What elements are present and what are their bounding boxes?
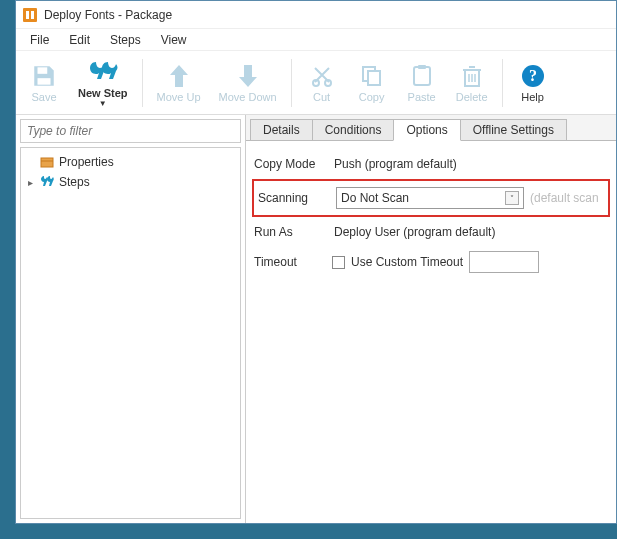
left-panel: Properties ▸ Steps — [16, 115, 246, 523]
copy-icon — [360, 61, 384, 91]
svg-rect-14 — [41, 158, 53, 167]
svg-point-5 — [313, 80, 319, 86]
tab-offline-settings[interactable]: Offline Settings — [460, 119, 567, 140]
row-scanning: Scanning Do Not Scan ˅ (default scan — [258, 183, 604, 213]
trash-icon — [461, 61, 483, 91]
tab-details[interactable]: Details — [250, 119, 313, 140]
copy-mode-value[interactable]: Push (program default) — [332, 154, 608, 174]
help-icon: ? — [520, 61, 546, 91]
right-panel: Details Conditions Options Offline Setti… — [246, 115, 616, 523]
svg-rect-0 — [23, 8, 37, 22]
tree-item-label: Properties — [59, 155, 114, 169]
window-title: Deploy Fonts - Package — [44, 8, 172, 22]
tree-item-steps[interactable]: ▸ Steps — [21, 172, 240, 192]
svg-point-6 — [325, 80, 331, 86]
new-step-icon — [88, 57, 118, 87]
checkbox-box — [332, 256, 345, 269]
timeout-input[interactable] — [469, 251, 539, 273]
menu-view[interactable]: View — [153, 31, 195, 49]
menu-file[interactable]: File — [22, 31, 57, 49]
svg-rect-8 — [368, 71, 380, 85]
paste-icon — [411, 61, 433, 91]
tree-item-label: Steps — [59, 175, 90, 189]
chevron-down-icon: ˅ — [505, 191, 519, 205]
copy-mode-label: Copy Mode — [254, 157, 332, 171]
checkbox-label: Use Custom Timeout — [351, 255, 463, 269]
chevron-down-icon: ▼ — [99, 100, 107, 108]
scanning-highlight: Scanning Do Not Scan ˅ (default scan — [252, 179, 610, 217]
arrow-down-icon — [237, 61, 259, 91]
tree-item-properties[interactable]: Properties — [21, 152, 240, 172]
menu-edit[interactable]: Edit — [61, 31, 98, 49]
tab-conditions[interactable]: Conditions — [312, 119, 395, 140]
svg-rect-1 — [26, 11, 29, 19]
tree-view[interactable]: Properties ▸ Steps — [20, 147, 241, 519]
scanning-hint: (default scan — [530, 191, 599, 205]
timeout-label: Timeout — [254, 255, 332, 269]
cut-button[interactable]: Cut — [300, 59, 344, 105]
app-icon — [22, 7, 38, 23]
row-run-as: Run As Deploy User (program default) — [246, 217, 616, 247]
expand-icon[interactable]: ▸ — [25, 177, 35, 188]
tab-options[interactable]: Options — [393, 119, 460, 141]
paste-button[interactable]: Paste — [400, 59, 444, 105]
save-icon — [31, 61, 57, 91]
scanning-dropdown[interactable]: Do Not Scan ˅ — [336, 187, 524, 209]
menu-bar: File Edit Steps View — [16, 29, 616, 51]
delete-button[interactable]: Delete — [450, 59, 494, 105]
help-button[interactable]: ? Help — [511, 59, 555, 105]
row-copy-mode: Copy Mode Push (program default) — [246, 149, 616, 179]
toolbar-separator — [502, 59, 503, 107]
svg-rect-9 — [414, 67, 430, 85]
tab-strip: Details Conditions Options Offline Setti… — [246, 115, 616, 141]
move-down-button[interactable]: Move Down — [213, 59, 283, 105]
filter-input[interactable] — [20, 119, 241, 143]
menu-steps[interactable]: Steps — [102, 31, 149, 49]
title-bar: Deploy Fonts - Package — [16, 1, 616, 29]
svg-rect-3 — [38, 68, 48, 75]
save-button[interactable]: Save — [22, 59, 66, 105]
svg-rect-4 — [38, 79, 51, 86]
app-window: Deploy Fonts - Package File Edit Steps V… — [15, 0, 617, 524]
scanning-label: Scanning — [258, 191, 336, 205]
run-as-value[interactable]: Deploy User (program default) — [332, 222, 608, 242]
copy-button[interactable]: Copy — [350, 59, 394, 105]
scissors-icon — [311, 61, 333, 91]
toolbar-separator — [142, 59, 143, 107]
steps-icon — [39, 174, 55, 190]
body-split: Properties ▸ Steps Details Conditions Op… — [16, 115, 616, 523]
toolbar: Save New Step ▼ Move Up Move Down — [16, 51, 616, 115]
svg-rect-10 — [418, 65, 426, 69]
options-form: Copy Mode Push (program default) Scannin… — [246, 141, 616, 523]
use-custom-timeout-checkbox[interactable]: Use Custom Timeout — [332, 255, 463, 269]
scanning-value: Do Not Scan — [341, 191, 409, 205]
toolbar-separator — [291, 59, 292, 107]
row-timeout: Timeout Use Custom Timeout — [246, 247, 616, 277]
svg-text:?: ? — [529, 67, 537, 84]
new-step-button[interactable]: New Step ▼ — [72, 55, 134, 109]
arrow-up-icon — [168, 61, 190, 91]
run-as-label: Run As — [254, 225, 332, 239]
move-up-button[interactable]: Move Up — [151, 59, 207, 105]
package-icon — [39, 154, 55, 170]
svg-rect-2 — [31, 11, 34, 19]
